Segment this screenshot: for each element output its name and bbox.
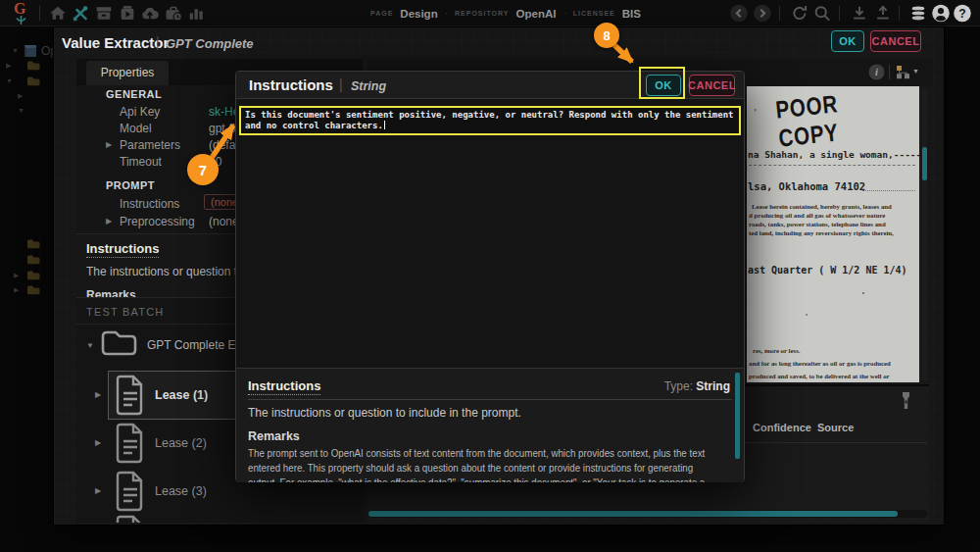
toolbar-divider bbox=[39, 6, 40, 21]
modal-help-panel: Instructions Type: String The instructio… bbox=[236, 368, 744, 482]
expander-icon[interactable]: ▼ bbox=[12, 47, 19, 54]
instructions-text-input[interactable]: Is this document's sentiment positive, n… bbox=[239, 106, 741, 135]
svg-text:?: ? bbox=[958, 7, 965, 21]
expander-icon[interactable]: ▼ bbox=[6, 77, 13, 84]
refresh-icon[interactable] bbox=[790, 4, 809, 23]
expander-icon[interactable]: ▶ bbox=[14, 272, 19, 279]
bg-root-label[interactable]: Op bbox=[41, 44, 54, 58]
breadcrumb: PAGE Design · REPOSITORY OpenAI · LICENS… bbox=[370, 0, 641, 26]
tree-item-lease-1[interactable]: Lease (1) bbox=[155, 388, 208, 402]
dialog-subtitle: GPT Complete bbox=[166, 36, 254, 51]
design-tools-icon[interactable] bbox=[71, 4, 90, 23]
expander-icon[interactable]: ▼ bbox=[86, 341, 94, 350]
home-icon[interactable] bbox=[48, 4, 68, 23]
column-header-confidence[interactable]: Confidence bbox=[753, 422, 811, 433]
document-icon[interactable] bbox=[115, 515, 146, 523]
folder-icon bbox=[26, 254, 40, 265]
document-preview[interactable]: POOR COPY ' na Shahan, a single woman,--… bbox=[747, 86, 919, 382]
poor-copy-stamp: POOR COPY bbox=[774, 86, 899, 153]
remarks-line: The prompt sent to OpenAI consists of te… bbox=[248, 447, 705, 459]
page-label: PAGE bbox=[370, 10, 393, 17]
modal-help-remarks-label: Remarks bbox=[248, 429, 300, 443]
licensee-value: BIS bbox=[622, 8, 641, 20]
info-icon[interactable]: i bbox=[868, 64, 885, 80]
batch-process-icon[interactable] bbox=[118, 4, 137, 23]
expander-icon[interactable]: ▶ bbox=[18, 92, 23, 100]
expander-icon[interactable]: ▼ bbox=[18, 107, 24, 114]
expander-icon[interactable]: ▶ bbox=[106, 217, 112, 226]
expander-icon[interactable]: ▶ bbox=[6, 62, 11, 70]
help-title: Instructions bbox=[86, 241, 159, 258]
remarks-line: output. For example, "what is the effect… bbox=[248, 477, 705, 482]
remarks-line: entered here. This property should ask a… bbox=[248, 462, 693, 474]
column-header-source[interactable]: Source bbox=[817, 422, 854, 433]
top-toolbar: G bbox=[0, 0, 980, 26]
viewer-scrollbar-thumb[interactable] bbox=[922, 147, 927, 180]
flashlight-icon[interactable] bbox=[900, 391, 912, 410]
expander-icon[interactable]: ▶ bbox=[95, 438, 101, 447]
section-header-general: GENERAL bbox=[106, 88, 162, 100]
paper-para-line: ted land, including any reversionary rig… bbox=[749, 229, 894, 236]
modal-help-scrollbar-thumb[interactable] bbox=[735, 373, 740, 459]
expander-icon[interactable]: ▶ bbox=[106, 140, 112, 149]
dialog-ok-button[interactable]: OK bbox=[831, 30, 864, 52]
property-label-timeout: Timeout bbox=[120, 155, 162, 169]
upload-icon[interactable] bbox=[873, 4, 893, 23]
modal-type-label: String bbox=[351, 79, 386, 93]
user-icon[interactable] bbox=[931, 4, 951, 23]
toolbar-divider bbox=[839, 6, 840, 21]
tasks-icon[interactable] bbox=[164, 4, 183, 23]
divider bbox=[889, 65, 890, 79]
type-value: String bbox=[696, 379, 730, 393]
modal-help-summary: The instructions or question to include … bbox=[248, 406, 521, 420]
input-text: and no control characters. bbox=[245, 121, 383, 130]
expander-icon[interactable]: ▶ bbox=[95, 486, 101, 495]
results-scrollbar-thumb[interactable] bbox=[368, 511, 898, 517]
viewer-scrollbar-track[interactable] bbox=[922, 90, 927, 380]
stats-icon[interactable] bbox=[186, 4, 206, 23]
document-icon[interactable] bbox=[115, 471, 146, 512]
divider bbox=[248, 399, 732, 400]
forward-icon[interactable] bbox=[753, 4, 772, 23]
licensee-label: LICENSEE bbox=[573, 10, 615, 17]
dialog-cancel-button[interactable]: CANCEL bbox=[870, 30, 921, 52]
type-prefix: Type: bbox=[664, 379, 693, 393]
database-icon[interactable] bbox=[908, 4, 928, 23]
toolbar-divider bbox=[779, 6, 780, 21]
expander-icon[interactable]: ▶ bbox=[14, 286, 19, 294]
chevron-down-icon[interactable]: ▼ bbox=[912, 68, 919, 75]
property-label-model: Model bbox=[120, 122, 152, 135]
expander-icon[interactable]: ▶ bbox=[95, 390, 101, 399]
grooper-logo[interactable]: G bbox=[14, 1, 26, 25]
page-value[interactable]: Design bbox=[400, 8, 437, 20]
document-icon[interactable] bbox=[115, 375, 146, 416]
paper-line-city: lsa, Oklahoma 74102 bbox=[748, 180, 865, 192]
repository-value[interactable]: OpenAI bbox=[516, 8, 557, 20]
title-divider: | bbox=[156, 34, 160, 50]
download-icon[interactable] bbox=[850, 4, 869, 23]
property-label-preprocessing: Preprocessing bbox=[120, 215, 195, 228]
tab-properties[interactable]: Properties bbox=[86, 61, 169, 85]
tree-item-lease-3[interactable]: Lease (3) bbox=[155, 484, 207, 498]
search-icon[interactable] bbox=[812, 4, 832, 23]
batches-archive-icon[interactable] bbox=[94, 4, 114, 23]
breadcrumb-separator: · bbox=[563, 8, 565, 19]
sitemap-icon[interactable] bbox=[896, 65, 910, 79]
folder-icon bbox=[26, 75, 40, 86]
tree-item-lease-2[interactable]: Lease (2) bbox=[155, 436, 207, 450]
form-line bbox=[749, 165, 915, 166]
folder-icon[interactable] bbox=[100, 327, 137, 357]
modal-title-divider: | bbox=[339, 76, 343, 92]
section-header-prompt: PROMPT bbox=[106, 179, 155, 191]
breadcrumb-separator: · bbox=[445, 8, 448, 19]
modal-cancel-button[interactable]: CANCEL bbox=[689, 75, 735, 96]
input-text-line: Is this document's sentiment positive, n… bbox=[245, 110, 734, 120]
upload-cloud-icon[interactable] bbox=[140, 4, 160, 23]
back-icon[interactable] bbox=[729, 4, 749, 23]
document-icon[interactable] bbox=[115, 423, 146, 464]
paper-para-line: d producing oil and all gas of whatsoeve… bbox=[749, 212, 885, 219]
modal-title: Instructions bbox=[249, 76, 333, 93]
help-icon[interactable]: ? bbox=[953, 4, 972, 23]
modal-ok-button[interactable]: OK bbox=[646, 75, 681, 96]
modal-header: Instructions | String OK CANCEL bbox=[236, 72, 744, 99]
